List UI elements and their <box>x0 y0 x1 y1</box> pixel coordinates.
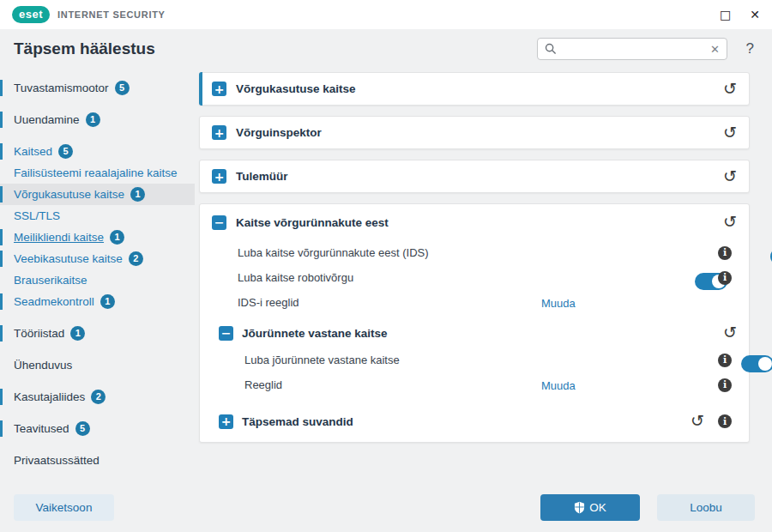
default-zone-button[interactable]: Vaiketsoon <box>14 494 114 521</box>
expand-icon[interactable]: + <box>212 82 226 96</box>
close-icon[interactable]: ✕ <box>750 9 760 21</box>
section-title: Kaitse võrgurünnakute eest <box>236 216 389 229</box>
ok-button-label: OK <box>589 501 606 514</box>
sidebar-item-label: Failisüsteemi reaalajaline kaitse <box>14 166 178 179</box>
sidebar-item-meilikliendi-kaitse[interactable]: Meilikliendi kaitse1 <box>0 227 195 248</box>
subsection-tapsemad-suvandid[interactable]: + Täpsemad suvandid ↺ i <box>200 408 749 435</box>
maximize-icon[interactable]: □ <box>720 9 731 21</box>
card-bottom-padding <box>200 435 749 442</box>
sidebar-item-teavitused[interactable]: Teavitused5 <box>0 418 195 439</box>
info-icon[interactable]: i <box>718 271 732 285</box>
setting-row-reeglid: Reeglid Muuda i <box>200 372 749 397</box>
revert-icon[interactable]: ↺ <box>723 324 737 341</box>
info-icon[interactable]: i <box>718 354 732 367</box>
sidebar-item-label: Seadmekontroll <box>14 295 94 308</box>
revert-icon[interactable]: ↺ <box>723 80 737 96</box>
section-title: Tulemüür <box>236 170 288 183</box>
section-header[interactable]: − Kaitse võrgurünnakute eest ↺ <box>200 204 749 240</box>
search-input[interactable] <box>562 42 705 56</box>
sidebar-item-ssl-tls[interactable]: SSL/TLS <box>0 205 195 227</box>
subsection-jourunnete-vastane-kaitse[interactable]: − Jõurünnete vastane kaitse ↺ <box>200 318 749 348</box>
section-vorguinspektor: + Võrguinspektor ↺ <box>199 116 750 149</box>
sidebar-item-brauserikaitse[interactable]: Brauserikaitse <box>0 269 195 291</box>
sidebar-item-label: Kaitsed <box>14 145 52 158</box>
cancel-button[interactable]: Loobu <box>657 494 755 521</box>
sidebar-item-label: Uuendamine <box>14 113 80 126</box>
section-title: Võrgukasutuse kaitse <box>236 82 356 95</box>
badge: 1 <box>130 187 145 202</box>
revert-icon[interactable]: ↺ <box>723 214 737 230</box>
setting-row-jourunnete: Luba jõurünnete vastane kaitse i <box>200 348 749 372</box>
expand-icon[interactable]: + <box>212 125 226 140</box>
section-vorgukasutuse-kaitse: + Võrgukasutuse kaitse ↺ <box>199 72 750 106</box>
muuda-link[interactable]: Muuda <box>541 296 576 309</box>
titlebar: eset INTERNET SECURITY □ ✕ <box>0 0 772 29</box>
muuda-link[interactable]: Muuda <box>541 378 576 391</box>
setting-row-botnet: Luba kaitse robotivõrgu i <box>200 265 749 290</box>
sidebar-item-label: SSL/TLS <box>14 209 60 222</box>
help-icon[interactable]: ? <box>746 40 754 57</box>
sidebar-item-kaitsed[interactable]: Kaitsed5 <box>0 141 195 162</box>
section-header[interactable]: + Võrgukasutuse kaitse ↺ <box>200 73 749 105</box>
dialog-buttons: OK Loobu <box>540 494 755 521</box>
expand-icon[interactable]: + <box>219 414 233 429</box>
sidebar-item-vorgukasutuse-kaitse[interactable]: Võrgukasutuse kaitse1 <box>0 184 195 205</box>
setting-label: Luba jõurünnete vastane kaitse <box>244 354 400 366</box>
default-zone-button-label: Vaiketsoon <box>36 501 93 514</box>
badge: 5 <box>58 144 73 159</box>
setting-label: Luba kaitse võrgurünnakute eest (IDS) <box>238 246 429 259</box>
sidebar-item-tuvastamismootor[interactable]: Tuvastamismootor5 <box>0 77 195 99</box>
sidebar-item-label: Meilikliendi kaitse <box>14 231 104 244</box>
info-icon[interactable]: i <box>718 246 732 260</box>
page-title: Täpsem häälestus <box>14 39 155 58</box>
sidebar-item-label: Võrgukasutuse kaitse <box>14 188 124 201</box>
setting-label: IDS-i reeglid <box>238 296 299 309</box>
brand-name: INTERNET SECURITY <box>57 9 166 20</box>
sidebar-item-failisusteemi-reaalajaline-kaitse[interactable]: Failisüsteemi reaalajaline kaitse <box>0 162 195 184</box>
eset-logo: eset <box>12 6 50 23</box>
badge: 2 <box>129 251 143 266</box>
sidebar: Tuvastamismootor5 Uuendamine1 Kaitsed5 F… <box>0 72 195 532</box>
search-icon <box>545 43 557 55</box>
info-icon[interactable]: i <box>718 414 732 428</box>
revert-icon[interactable]: ↺ <box>723 124 737 140</box>
revert-icon[interactable]: ↺ <box>691 413 704 429</box>
sidebar-item-kasutajaliides[interactable]: Kasutajaliides2 <box>0 386 195 408</box>
expand-icon[interactable]: + <box>212 169 226 184</box>
sidebar-item-privaatsussatted[interactable]: Privaatsussätted <box>0 450 195 471</box>
collapse-icon[interactable]: − <box>212 215 226 230</box>
sidebar-item-veebikasutuse-kaitse[interactable]: Veebikasutuse kaitse2 <box>0 248 195 269</box>
section-header[interactable]: + Võrguinspektor ↺ <box>200 117 749 148</box>
header: Täpsem häälestus ✕ ? <box>0 29 772 72</box>
ok-button[interactable]: OK <box>540 494 640 521</box>
sidebar-item-label: Brauserikaitse <box>14 274 87 287</box>
badge: 1 <box>86 112 100 127</box>
sidebar-item-uuendamine[interactable]: Uuendamine1 <box>0 109 195 130</box>
sidebar-item-label: Veebikasutuse kaitse <box>14 252 123 265</box>
collapse-icon[interactable]: − <box>219 326 233 341</box>
setting-label: Luba kaitse robotivõrgu <box>238 271 353 284</box>
eset-advanced-setup-window: eset INTERNET SECURITY □ ✕ Täpsem hääles… <box>0 0 772 532</box>
revert-icon[interactable]: ↺ <box>723 167 737 184</box>
cancel-button-label: Loobu <box>690 501 722 514</box>
clear-search-icon[interactable]: ✕ <box>710 44 720 55</box>
sidebar-item-label: Privaatsussätted <box>14 454 100 467</box>
sidebar-item-label: Kasutajaliides <box>14 390 85 403</box>
badge: 1 <box>100 294 115 309</box>
badge: 5 <box>75 421 90 436</box>
shield-icon <box>574 501 585 514</box>
badge: 1 <box>110 230 124 245</box>
badge: 5 <box>115 81 130 95</box>
section-header[interactable]: + Tulemüür ↺ <box>200 160 749 192</box>
setting-label: Reeglid <box>244 378 282 391</box>
section-tulemuur: + Tulemüür ↺ <box>199 160 750 193</box>
toggle-on[interactable] <box>741 355 772 372</box>
sidebar-item-tooriistad[interactable]: Tööriistad1 <box>0 323 195 344</box>
sidebar-item-seadmekontroll[interactable]: Seadmekontroll1 <box>0 291 195 312</box>
badge: 1 <box>70 326 85 341</box>
setting-row-ids-reeglid: IDS-i reeglid Muuda <box>200 290 749 315</box>
setting-row-ids: Luba kaitse võrgurünnakute eest (IDS) i <box>200 240 749 265</box>
sidebar-item-uhenduvus[interactable]: Ühenduvus <box>0 354 195 376</box>
info-icon[interactable]: i <box>718 378 732 392</box>
window-controls: □ ✕ <box>720 9 760 21</box>
